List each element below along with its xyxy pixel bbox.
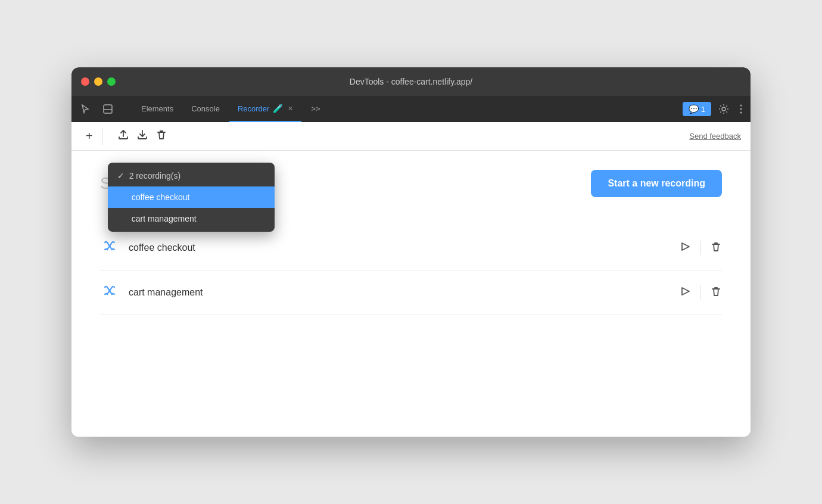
maximize-button[interactable] [107,77,116,86]
play-button-2[interactable] [678,285,690,300]
start-recording-button[interactable]: Start a new recording [591,170,722,197]
recording-icon-2 [100,282,119,303]
devtools-window: DevTools - coffee-cart.netlify.app/ Elem… [71,67,751,437]
delete-button-1[interactable] [710,241,722,256]
action-divider-2 [700,285,700,300]
dropdown-header: ✓ 2 recording(s) [108,165,275,186]
toolbar-icons [117,129,167,144]
close-button[interactable] [81,77,89,86]
play-button-1[interactable] [678,241,690,256]
tab-more[interactable]: >> [303,96,328,122]
minimize-button[interactable] [94,77,102,86]
window-title: DevTools - coffee-cart.netlify.app/ [350,77,472,86]
cursor-icon[interactable] [76,100,94,118]
recording-item: coffee checkout [100,226,722,270]
more-options-icon[interactable] [736,101,746,117]
recording-name-1: coffee checkout [129,242,669,253]
svg-point-4 [740,108,742,110]
tab-elements[interactable]: Elements [133,96,182,122]
add-recording-button[interactable]: + [81,127,98,145]
dropdown-item-cart-management[interactable]: cart management [108,208,275,229]
settings-icon[interactable] [715,100,733,118]
recorder-toolbar: + ✓ 2 recording(s) coffee checkout cart … [71,122,751,151]
tab-console[interactable]: Console [183,96,228,122]
check-icon: ✓ [117,171,124,181]
title-bar: DevTools - coffee-cart.netlify.app/ [71,67,751,96]
feedback-count-button[interactable]: 💬 1 [683,102,711,116]
recording-actions-2 [678,285,722,300]
recording-actions-1 [678,241,722,256]
export-icon[interactable] [117,129,129,144]
feedback-count: 1 [701,105,705,114]
recorder-tab-icon: 🧪 [273,104,283,113]
tab-bar-right: 💬 1 [683,96,746,122]
toolbar-left: + ✓ 2 recording(s) coffee checkout cart … [81,127,108,145]
traffic-lights [81,77,116,86]
recording-list: coffee checkout [100,226,722,315]
svg-point-3 [740,105,742,107]
delete-button-2[interactable] [710,285,722,300]
svg-point-5 [740,112,742,114]
tab-close-icon[interactable]: ✕ [288,105,293,113]
feedback-icon: 💬 [689,104,699,114]
action-divider-1 [700,241,700,255]
dock-icon[interactable] [99,100,117,118]
recording-icon-1 [100,238,119,258]
tab-bar-left [76,96,127,122]
send-feedback-link[interactable]: Send feedback [689,132,741,141]
dropdown-item-coffee-checkout[interactable]: coffee checkout [108,186,275,208]
svg-point-2 [722,107,726,111]
recording-dropdown: ✓ 2 recording(s) coffee checkout cart ma… [108,163,275,232]
recording-name-2: cart management [129,287,669,298]
download-icon[interactable] [136,129,148,144]
svg-rect-0 [104,105,112,113]
recording-item-2: cart management [100,270,722,315]
tab-recorder[interactable]: Recorder 🧪 ✕ [229,96,301,122]
toolbar-divider [102,128,103,145]
tab-bar: Elements Console Recorder 🧪 ✕ >> 💬 1 [71,96,751,122]
delete-recording-icon[interactable] [155,129,167,144]
